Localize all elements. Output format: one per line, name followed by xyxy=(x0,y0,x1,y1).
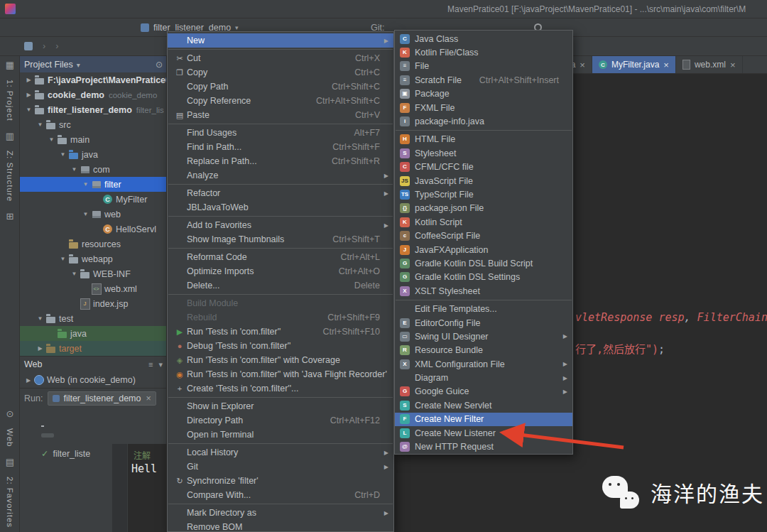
submenu-item[interactable]: ▭ Swing UI Designer xyxy=(395,330,572,343)
context-menu-item[interactable]: Find Usages Alt+F7 xyxy=(168,126,393,140)
context-menu-item[interactable]: ❐ Copy Ctrl+C xyxy=(168,65,393,80)
console[interactable]: 注解 Hell xyxy=(112,444,167,532)
context-menu-item[interactable]: Git xyxy=(168,460,393,474)
web-tool-window-header[interactable]: Web ≡ ▾ xyxy=(20,356,167,372)
tree-row[interactable]: java xyxy=(20,326,167,341)
context-menu-item[interactable]: Compare With... Ctrl+D xyxy=(168,488,393,502)
tool-button-project[interactable]: 1: Project xyxy=(6,80,14,121)
context-menu-item[interactable]: Build Module xyxy=(168,296,393,310)
context-menu-item[interactable]: Copy Reference Ctrl+Alt+Shift+C xyxy=(168,94,393,108)
hamburger-icon[interactable]: ≡ xyxy=(148,360,153,369)
tool-button-web[interactable]: Web xyxy=(6,428,14,447)
tab-close-icon[interactable]: × xyxy=(663,60,669,70)
context-menu-item[interactable]: Directory Path Ctrl+Alt+F12 xyxy=(168,413,393,428)
submenu-item[interactable]: K Kotlin File/Class xyxy=(395,45,572,59)
context-menu-item[interactable]: Show in Explorer xyxy=(168,399,393,413)
submenu-item[interactable]: E EditorConfig File xyxy=(395,316,572,330)
submenu-item[interactable]: C Java Class xyxy=(395,32,572,45)
tab-close-icon[interactable]: × xyxy=(580,60,585,70)
context-menu-item[interactable]: ↻ Synchronize 'filter' xyxy=(168,474,393,488)
run-tab[interactable]: filter_listener_demo × xyxy=(48,391,156,406)
context-menu-item[interactable]: Add to Favorites xyxy=(168,218,393,232)
submenu-item[interactable]: TS TypeScript File xyxy=(395,188,572,201)
tree-expand-icon[interactable] xyxy=(24,107,33,113)
context-menu-item[interactable]: Local History xyxy=(168,445,393,460)
tree-row[interactable]: filter_listener_demo filter_lis xyxy=(20,102,167,117)
context-menu-item[interactable]: + Create 'Tests in 'com.filter''... xyxy=(168,381,393,396)
tree-row[interactable]: cookie_demo cookie_demo xyxy=(20,87,167,102)
tree-expand-icon[interactable] xyxy=(36,345,45,352)
submenu-item[interactable]: ≡ Scratch File Ctrl+Alt+Shift+Insert xyxy=(395,73,572,87)
context-menu-item[interactable]: Rebuild Ctrl+Shift+F9 xyxy=(168,310,393,325)
gear-icon[interactable] xyxy=(156,60,163,70)
target-tool-icon[interactable]: ⊙ xyxy=(6,409,14,418)
tree-row[interactable]: com xyxy=(20,162,167,177)
context-menu-item[interactable]: Remove BOM xyxy=(168,520,393,532)
submenu-item[interactable]: X XML Configuration File xyxy=(395,357,572,371)
tree-expand-icon[interactable] xyxy=(24,92,33,98)
submenu-item[interactable]: G Gradle Kotlin DSL Build Script xyxy=(395,256,572,270)
server-tab[interactable] xyxy=(54,421,57,427)
submenu-item[interactable]: {} package.json File xyxy=(395,202,572,215)
context-menu-item[interactable]: Open in Terminal xyxy=(168,428,393,442)
submenu-item[interactable]: C CFML/CFC file xyxy=(395,161,572,174)
run-sub-tab[interactable] xyxy=(41,433,54,438)
breadcrumb-item[interactable] xyxy=(50,41,63,51)
submenu-item[interactable]: R Resource Bundle xyxy=(395,344,572,357)
context-menu-item[interactable]: JBLJavaToWeb xyxy=(168,200,393,215)
context-menu-item[interactable]: New xyxy=(168,33,393,48)
context-menu-item[interactable]: ▤ Paste Ctrl+V xyxy=(168,108,393,122)
tree-row[interactable]: F:\javaProject\MavenPratice0 xyxy=(20,72,167,87)
web-tree-row[interactable]: ▶ Web (in cookie_demo) xyxy=(20,372,167,388)
tree-row[interactable]: index.jsp xyxy=(20,296,167,311)
layout-tool-icon[interactable]: ▤ xyxy=(6,457,14,467)
editor-tab[interactable]: web.xml × xyxy=(676,56,743,73)
tree-expand-icon[interactable] xyxy=(36,315,45,322)
context-menu-item[interactable]: ▶ Run 'Tests in 'com.filter'' Ctrl+Shift… xyxy=(168,325,393,339)
tree-expand-icon[interactable] xyxy=(36,121,45,128)
deployed-artifact-row[interactable]: filter_liste xyxy=(41,448,90,459)
context-menu-item[interactable]: Mark Directory as xyxy=(168,506,393,520)
server-tab[interactable] xyxy=(41,420,44,427)
structure-tool-icon[interactable]: ▥ xyxy=(6,131,14,141)
submenu-item[interactable]: ▣ Package xyxy=(395,87,572,101)
context-menu-item[interactable]: Show Image Thumbnails Ctrl+Shift+T xyxy=(168,232,393,246)
tree-row[interactable]: WEB-INF xyxy=(20,266,167,281)
submenu-item[interactable]: J JavaFXApplication xyxy=(395,243,572,256)
project-tool-icon[interactable]: ▦ xyxy=(6,60,14,70)
tree-expand-icon[interactable] xyxy=(70,166,79,173)
context-menu-item[interactable]: Delete... Delete xyxy=(168,278,393,293)
submenu-item[interactable]: H HTML File xyxy=(395,133,572,146)
tree-row[interactable]: MyFilter xyxy=(20,192,167,207)
tree-row[interactable]: src xyxy=(20,117,167,132)
submenu-item[interactable]: G Gradle Kotlin DSL Settings xyxy=(395,271,572,284)
run-sub-tab[interactable] xyxy=(58,433,71,438)
submenu-item[interactable]: ≡ File xyxy=(395,60,572,73)
submenu-item[interactable]: S Create New Servlet xyxy=(395,398,572,412)
context-menu-item[interactable]: Optimize Imports Ctrl+Alt+O xyxy=(168,264,393,278)
tree-row[interactable]: main xyxy=(20,132,167,147)
tree-expand-icon[interactable] xyxy=(81,211,90,217)
submenu-item[interactable]: F FXML File xyxy=(395,101,572,114)
submenu-item[interactable]: K Kotlin Script xyxy=(395,215,572,229)
tree-row[interactable]: java xyxy=(20,147,167,162)
context-menu-item[interactable]: Reformat Code Ctrl+Alt+L xyxy=(168,250,393,264)
tree-expand-icon[interactable] xyxy=(47,136,56,143)
submenu-item[interactable]: Diagram xyxy=(395,371,572,384)
tree-expand-icon[interactable] xyxy=(24,77,33,83)
submenu-item[interactable]: JS JavaScript File xyxy=(395,174,572,188)
tree-row[interactable]: HelloServl xyxy=(20,222,167,237)
tree-expand-icon[interactable] xyxy=(58,151,67,158)
tree-expand-icon[interactable] xyxy=(81,181,90,188)
tool-button-structure[interactable]: Z: Structure xyxy=(6,151,14,202)
context-menu-item[interactable]: Replace in Path... Ctrl+Shift+R xyxy=(168,154,393,168)
tree-row[interactable]: target xyxy=(20,341,167,356)
submenu-item[interactable]: i package-info.java xyxy=(395,114,572,128)
context-menu-item[interactable]: Analyze xyxy=(168,168,393,183)
submenu-item[interactable]: G Google Guice xyxy=(395,385,572,398)
tree-row[interactable]: web.xml xyxy=(20,281,167,296)
tree-row[interactable]: test xyxy=(20,311,167,326)
tree-expand-icon[interactable] xyxy=(58,256,67,262)
context-menu-item[interactable]: ✂ Cut Ctrl+X xyxy=(168,51,393,65)
submenu-item[interactable]: Edit File Templates... xyxy=(395,302,572,315)
